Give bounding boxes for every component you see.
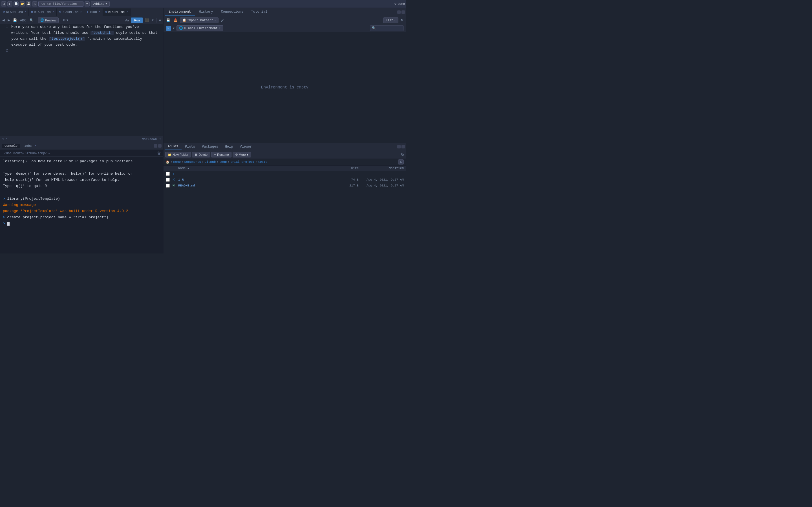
tab-viewer[interactable]: Viewer	[236, 144, 255, 150]
files-maximize-btn[interactable]	[402, 145, 405, 149]
tab-close-1[interactable]: ×	[52, 10, 54, 13]
forward-icon[interactable]: ▶	[7, 1, 12, 6]
file-name-readme[interactable]: README.md	[178, 184, 336, 187]
file-icon-0: M	[3, 10, 5, 13]
find-btn[interactable]: 🔍	[29, 17, 35, 23]
editor-tab-4[interactable]: M README.md ×	[103, 8, 131, 16]
editor-tab-0[interactable]: M README.md ×	[1, 8, 29, 16]
env-maximize-btn[interactable]	[402, 10, 405, 14]
tab-label-0: README.md	[6, 10, 23, 14]
file-icon-3: T	[87, 10, 88, 13]
new-folder-button[interactable]: 📁 New Folder	[165, 152, 191, 158]
console-path-text: ~/Documents/GitHub/temp/	[2, 152, 47, 155]
new-file-icon[interactable]: 📄	[13, 1, 18, 6]
file-row-readme: M README.md 217 B Aug 4, 2021, 9:27 AM	[163, 183, 406, 189]
env-save-btn[interactable]: 💾	[165, 18, 171, 22]
breadcrumb-temp[interactable]: temp	[219, 160, 227, 164]
settings-btn[interactable]: ⚙ ▾	[62, 17, 69, 23]
file-name-1r[interactable]: 1.R	[178, 178, 336, 181]
spellcheck-btn[interactable]: ABC	[19, 17, 28, 23]
console-tab-console[interactable]: Console	[2, 144, 20, 148]
console-prompt-3: >	[3, 221, 7, 226]
code-line-4: execute all of your test code.	[0, 42, 163, 48]
file-check-1r[interactable]	[166, 178, 170, 182]
breadcrumb-documents[interactable]: Documents	[185, 160, 201, 164]
env-import-icon-btn[interactable]: 📥	[172, 18, 179, 22]
tab-environment[interactable]: Environment	[165, 9, 195, 15]
breadcrumb-github[interactable]: GitHub	[205, 160, 216, 164]
env-refresh-btn[interactable]: ↻	[400, 18, 404, 22]
env-toolbar: 💾 📥 📋 Import Dataset ▾ 🖌 List ▾ ↻	[163, 16, 406, 24]
more-editor-btn[interactable]: ▾	[151, 17, 155, 23]
breadcrumb-trial-project[interactable]: trial project	[231, 160, 255, 164]
console-maximize-btn[interactable]	[158, 144, 161, 148]
print-icon[interactable]: 🖨	[32, 1, 37, 6]
line-content-1: Here you can store any test cases for th…	[10, 24, 163, 30]
addins-button[interactable]: Addins ▾	[91, 1, 110, 7]
files-minimize-btn[interactable]	[397, 145, 401, 149]
code-editor[interactable]: 1 Here you can store any test cases for …	[0, 24, 163, 136]
header-size[interactable]: Size	[336, 166, 359, 170]
nav-back-btn[interactable]: ◀	[1, 17, 6, 23]
more-button[interactable]: ⚙ More ▾	[233, 152, 251, 158]
header-modified[interactable]: Modified	[359, 166, 404, 170]
save-icon[interactable]: 💾	[26, 1, 31, 6]
breadcrumb-home[interactable]: Home	[173, 160, 181, 164]
env-empty-message: Environment is empty	[163, 32, 406, 143]
files-refresh-btn[interactable]: ↻	[401, 152, 404, 157]
addins-label: Addins	[93, 2, 105, 6]
back-icon[interactable]: ◀	[1, 1, 6, 6]
tab-history[interactable]: History	[195, 9, 217, 15]
go-to-file-input[interactable]: Go to file/function	[38, 1, 84, 7]
font-btn[interactable]: A	[158, 17, 162, 23]
tab-close-2[interactable]: ×	[80, 10, 82, 13]
file-check-readme[interactable]	[166, 184, 170, 187]
tab-connections[interactable]: Connections	[217, 9, 247, 15]
jobs-tab-close[interactable]: ×	[35, 145, 36, 148]
editor-tab-1[interactable]: M README.md ×	[29, 8, 56, 16]
rename-button[interactable]: ✏ Rename	[211, 152, 232, 158]
run-button[interactable]: Run	[131, 17, 143, 23]
global-env-dropdown[interactable]: 🌐 Global Environment ▾	[176, 25, 223, 31]
project-name: temp	[398, 2, 405, 6]
tab-close-4[interactable]: ×	[126, 10, 128, 13]
open-file-icon[interactable]: 📂	[20, 1, 25, 6]
console-cursor	[7, 222, 10, 226]
editor-tab-3[interactable]: T TODO ×	[84, 8, 103, 16]
line-content-3: you can call the `test.project()` functi…	[10, 36, 163, 42]
breadcrumb-tests[interactable]: tests	[258, 160, 267, 164]
source-btn[interactable]: ⬛	[144, 17, 150, 23]
list-button[interactable]: List ▾	[383, 17, 398, 23]
tab-packages[interactable]: Packages	[199, 144, 221, 150]
tab-tutorial[interactable]: Tutorial	[247, 9, 271, 15]
console-tab-jobs[interactable]: Jobs ×	[21, 144, 39, 148]
console-warn-1: Warning message:	[3, 203, 38, 207]
env-minimize-btn[interactable]	[397, 10, 401, 14]
env-brush-btn[interactable]: 🖌	[220, 18, 225, 22]
file-check-dotdot[interactable]	[166, 172, 170, 176]
spell-icon-btn[interactable]: Aa	[124, 17, 130, 23]
env-search-box[interactable]: 🔍	[370, 25, 404, 31]
save-editor-btn[interactable]: 💾	[12, 17, 18, 23]
nav-forward-btn[interactable]: ▶	[6, 17, 11, 23]
tab-close-3[interactable]: ×	[99, 10, 100, 13]
preview-button[interactable]: 🌐 Preview	[38, 17, 59, 23]
import-dataset-button[interactable]: 📋 Import Dataset ▾	[180, 17, 218, 23]
editor-tab-2[interactable]: M README.md ×	[57, 8, 84, 16]
console-content[interactable]: `citation()` on how to cite R or R packa…	[0, 157, 163, 253]
file-name-dotdot[interactable]: ..	[178, 172, 336, 175]
more-arrow-icon: ▾	[247, 153, 248, 157]
environment-tabs: Environment History Connections Tutorial	[163, 8, 406, 16]
tab-help[interactable]: Help	[221, 144, 237, 150]
tab-environment-label: Environment	[168, 10, 191, 14]
breadcrumb-sync-btn[interactable]: ↻	[398, 159, 404, 165]
tab-files[interactable]: Files	[165, 144, 182, 150]
console-clear-btn[interactable]: 🗑	[157, 151, 161, 156]
nav-icon-1[interactable]: ≡	[85, 1, 90, 6]
delete-button[interactable]: 🗑 Delete	[192, 152, 210, 158]
tab-plots[interactable]: Plots	[182, 144, 199, 150]
console-minimize-btn[interactable]	[154, 144, 157, 148]
header-name[interactable]: Name ▲	[178, 166, 336, 170]
tab-close-0[interactable]: ×	[24, 10, 26, 13]
console-line-5: Warning message:	[3, 202, 160, 208]
